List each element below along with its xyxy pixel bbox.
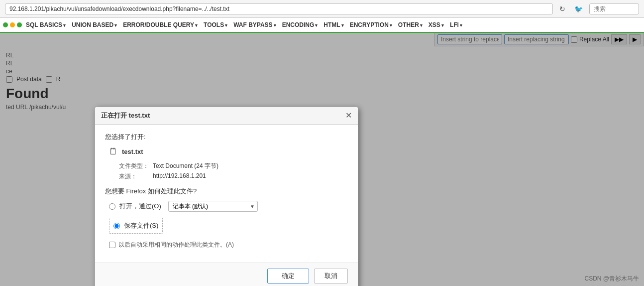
auto-checkbox-row: 以后自动采用相同的动作处理此类文件。(A) (109, 241, 344, 249)
url-text[interactable]: 92.168.1.201/pikachu/vul/unsafedownload/… (5, 3, 553, 14)
nav-sql-basics[interactable]: SQL BASICS (24, 20, 68, 29)
refresh-button[interactable]: ↻ (557, 4, 568, 14)
nav-error-double-query[interactable]: ERROR/DOUBLE QUERY (121, 20, 200, 29)
open-label: 打开，通过(O) (119, 202, 161, 211)
source-row: 来源： http://192.168.1.201 (119, 172, 348, 181)
source-label: 来源： (119, 172, 149, 181)
file-document-icon: 🗒 (109, 146, 118, 157)
nav-toolbar: SQL BASICS UNION BASED ERROR/DOUBLE QUER… (0, 18, 644, 33)
bird-button[interactable]: 🐦 (572, 4, 585, 14)
open-radio[interactable] (109, 203, 115, 210)
app-select-wrapper: 记事本 (默认) ▼ (165, 201, 258, 212)
main-content: Replace All ▶▶ ▶ RL RL ce Post data R Fo… (0, 33, 644, 286)
dialog-footer: 确定 取消 (95, 262, 358, 286)
dot-orange (10, 22, 15, 27)
open-radio-row: 打开，通过(O) 记事本 (默认) ▼ (109, 201, 348, 212)
dialog-section-label: 您选择了打开: (105, 133, 348, 142)
nav-union-based[interactable]: UNION BASED (70, 20, 119, 29)
nav-other[interactable]: OTHER (396, 20, 425, 29)
cancel-button[interactable]: 取消 (314, 269, 348, 284)
file-open-dialog: 正在打开 test.txt ✕ 您选择了打开: 🗒 test.txt 文件类型：… (95, 107, 358, 286)
dialog-close-button[interactable]: ✕ (345, 112, 352, 120)
save-radio-box: 保存文件(S) (109, 218, 163, 234)
dot-green (3, 22, 8, 27)
app-select[interactable]: 记事本 (默认) (168, 201, 258, 212)
save-radio[interactable] (113, 223, 120, 229)
nav-waf-bypass[interactable]: WAF BYPASS (231, 20, 278, 29)
save-label: 保存文件(S) (124, 221, 158, 230)
browser-address-bar: 92.168.1.201/pikachu/vul/unsafedownload/… (0, 0, 644, 18)
auto-checkbox[interactable] (109, 242, 115, 248)
nav-xss[interactable]: XSS (427, 20, 446, 29)
nav-tools[interactable]: TOOLS (202, 20, 229, 29)
ok-button[interactable]: 确定 (267, 269, 309, 284)
file-type-value: Text Document (24 字节) (153, 162, 218, 170)
file-row: 🗒 test.txt (109, 146, 348, 157)
dialog-body: 您选择了打开: 🗒 test.txt 文件类型： Text Document (… (95, 125, 358, 262)
dialog-titlebar: 正在打开 test.txt ✕ (95, 107, 358, 125)
nav-html[interactable]: HTML (322, 20, 345, 29)
dialog-title: 正在打开 test.txt (101, 111, 150, 120)
question-text: 您想要 Firefox 如何处理此文件? (105, 187, 348, 196)
browser-search-input[interactable] (589, 3, 639, 14)
file-name-label: test.txt (122, 148, 143, 155)
nav-encoding[interactable]: ENCODING (280, 20, 320, 29)
nav-lfi[interactable]: LFI (448, 20, 464, 29)
file-type-row: 文件类型： Text Document (24 字节) (119, 162, 348, 170)
nav-encryption[interactable]: ENCRYPTION (348, 20, 394, 29)
file-type-label: 文件类型： (119, 162, 149, 170)
source-value: http://192.168.1.201 (153, 172, 206, 181)
dot-green2 (17, 22, 22, 27)
auto-label: 以后自动采用相同的动作处理此类文件。(A) (118, 241, 234, 249)
file-info: 文件类型： Text Document (24 字节) 来源： http://1… (119, 162, 348, 181)
